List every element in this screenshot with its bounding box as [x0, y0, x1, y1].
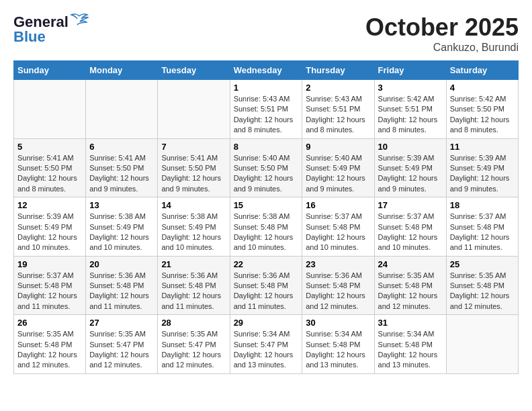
day-info: Sunrise: 5:42 AM Sunset: 5:51 PM Dayligh… [378, 94, 443, 136]
day-info: Sunrise: 5:35 AM Sunset: 5:48 PM Dayligh… [450, 271, 515, 312]
day-number: 7 [161, 142, 226, 152]
day-number: 2 [306, 83, 370, 93]
calendar-cell: 4Sunrise: 5:42 AM Sunset: 5:50 PM Daylig… [446, 80, 518, 139]
calendar-cell: 10Sunrise: 5:39 AM Sunset: 5:49 PM Dayli… [374, 138, 446, 197]
calendar-cell: 11Sunrise: 5:39 AM Sunset: 5:49 PM Dayli… [446, 138, 518, 197]
calendar-cell: 17Sunrise: 5:37 AM Sunset: 5:48 PM Dayli… [374, 197, 446, 257]
day-info: Sunrise: 5:36 AM Sunset: 5:48 PM Dayligh… [161, 271, 226, 312]
day-info: Sunrise: 5:42 AM Sunset: 5:50 PM Dayligh… [450, 94, 515, 136]
day-number: 14 [161, 200, 226, 210]
day-number: 4 [450, 83, 515, 93]
day-number: 19 [17, 259, 82, 269]
weekday-header-sunday: Sunday [14, 61, 86, 80]
day-number: 25 [450, 259, 515, 269]
day-number: 28 [161, 318, 226, 328]
day-info: Sunrise: 5:37 AM Sunset: 5:48 PM Dayligh… [450, 212, 515, 253]
week-row-5: 26Sunrise: 5:35 AM Sunset: 5:48 PM Dayli… [14, 315, 519, 374]
day-number: 22 [234, 259, 299, 269]
weekday-header-thursday: Thursday [302, 61, 374, 80]
day-number: 3 [378, 83, 443, 93]
day-info: Sunrise: 5:34 AM Sunset: 5:47 PM Dayligh… [234, 329, 299, 371]
calendar-cell: 24Sunrise: 5:35 AM Sunset: 5:48 PM Dayli… [374, 256, 446, 315]
day-info: Sunrise: 5:39 AM Sunset: 5:49 PM Dayligh… [17, 212, 82, 253]
weekday-header-wednesday: Wednesday [230, 61, 302, 80]
day-info: Sunrise: 5:38 AM Sunset: 5:49 PM Dayligh… [89, 212, 154, 253]
day-info: Sunrise: 5:35 AM Sunset: 5:48 PM Dayligh… [17, 329, 82, 371]
location: Cankuzo, Burundi [365, 42, 519, 54]
day-info: Sunrise: 5:40 AM Sunset: 5:49 PM Dayligh… [306, 153, 370, 195]
calendar-cell: 7Sunrise: 5:41 AM Sunset: 5:50 PM Daylig… [158, 138, 230, 197]
day-info: Sunrise: 5:41 AM Sunset: 5:50 PM Dayligh… [161, 153, 226, 195]
day-info: Sunrise: 5:39 AM Sunset: 5:49 PM Dayligh… [450, 153, 515, 195]
calendar-cell [86, 80, 158, 139]
day-info: Sunrise: 5:38 AM Sunset: 5:48 PM Dayligh… [234, 212, 299, 253]
calendar-cell: 19Sunrise: 5:37 AM Sunset: 5:48 PM Dayli… [14, 256, 86, 315]
week-row-1: 1Sunrise: 5:43 AM Sunset: 5:51 PM Daylig… [14, 80, 519, 139]
day-number: 12 [17, 200, 82, 210]
calendar-cell [446, 315, 518, 374]
day-number: 20 [89, 259, 154, 269]
day-info: Sunrise: 5:43 AM Sunset: 5:51 PM Dayligh… [306, 94, 370, 136]
day-info: Sunrise: 5:41 AM Sunset: 5:50 PM Dayligh… [89, 153, 154, 195]
calendar-cell: 18Sunrise: 5:37 AM Sunset: 5:48 PM Dayli… [446, 197, 518, 257]
month-title: October 2025 [365, 13, 519, 42]
day-number: 17 [378, 200, 443, 210]
day-number: 18 [450, 200, 515, 210]
calendar-table: SundayMondayTuesdayWednesdayThursdayFrid… [13, 60, 519, 374]
calendar-cell: 15Sunrise: 5:38 AM Sunset: 5:48 PM Dayli… [230, 197, 302, 257]
calendar-cell: 28Sunrise: 5:35 AM Sunset: 5:47 PM Dayli… [158, 315, 230, 374]
week-row-2: 5Sunrise: 5:41 AM Sunset: 5:50 PM Daylig… [14, 138, 519, 197]
week-row-4: 19Sunrise: 5:37 AM Sunset: 5:48 PM Dayli… [14, 256, 519, 315]
calendar-cell: 30Sunrise: 5:34 AM Sunset: 5:48 PM Dayli… [302, 315, 374, 374]
day-number: 31 [378, 318, 443, 328]
calendar-cell: 25Sunrise: 5:35 AM Sunset: 5:48 PM Dayli… [446, 256, 518, 315]
day-number: 13 [89, 200, 154, 210]
calendar-cell: 2Sunrise: 5:43 AM Sunset: 5:51 PM Daylig… [302, 80, 374, 139]
day-number: 11 [450, 142, 515, 152]
day-info: Sunrise: 5:39 AM Sunset: 5:49 PM Dayligh… [378, 153, 443, 195]
day-number: 23 [306, 259, 370, 269]
calendar-cell: 12Sunrise: 5:39 AM Sunset: 5:49 PM Dayli… [14, 197, 86, 257]
day-info: Sunrise: 5:35 AM Sunset: 5:47 PM Dayligh… [161, 329, 226, 371]
calendar-cell: 22Sunrise: 5:36 AM Sunset: 5:48 PM Dayli… [230, 256, 302, 315]
calendar-cell: 16Sunrise: 5:37 AM Sunset: 5:48 PM Dayli… [302, 197, 374, 257]
day-number: 8 [234, 142, 299, 152]
day-info: Sunrise: 5:34 AM Sunset: 5:48 PM Dayligh… [306, 329, 370, 371]
day-number: 16 [306, 200, 370, 210]
day-info: Sunrise: 5:36 AM Sunset: 5:48 PM Dayligh… [89, 271, 154, 312]
calendar-cell: 21Sunrise: 5:36 AM Sunset: 5:48 PM Dayli… [158, 256, 230, 315]
calendar-cell: 23Sunrise: 5:36 AM Sunset: 5:48 PM Dayli… [302, 256, 374, 315]
calendar-cell: 14Sunrise: 5:38 AM Sunset: 5:49 PM Dayli… [158, 197, 230, 257]
weekday-header-saturday: Saturday [446, 61, 518, 80]
day-info: Sunrise: 5:38 AM Sunset: 5:49 PM Dayligh… [161, 212, 226, 253]
day-number: 27 [89, 318, 154, 328]
day-number: 10 [378, 142, 443, 152]
day-info: Sunrise: 5:41 AM Sunset: 5:50 PM Dayligh… [17, 153, 82, 195]
weekday-header-friday: Friday [374, 61, 446, 80]
title-block: October 2025 Cankuzo, Burundi [365, 13, 519, 54]
day-info: Sunrise: 5:36 AM Sunset: 5:48 PM Dayligh… [306, 271, 370, 312]
day-info: Sunrise: 5:36 AM Sunset: 5:48 PM Dayligh… [234, 271, 299, 312]
day-number: 29 [234, 318, 299, 328]
day-number: 6 [89, 142, 154, 152]
calendar-cell [14, 80, 86, 139]
calendar-cell: 29Sunrise: 5:34 AM Sunset: 5:47 PM Dayli… [230, 315, 302, 374]
day-number: 15 [234, 200, 299, 210]
calendar-cell [158, 80, 230, 139]
calendar-cell: 13Sunrise: 5:38 AM Sunset: 5:49 PM Dayli… [86, 197, 158, 257]
calendar-cell: 5Sunrise: 5:41 AM Sunset: 5:50 PM Daylig… [14, 138, 86, 197]
day-info: Sunrise: 5:37 AM Sunset: 5:48 PM Dayligh… [378, 212, 443, 253]
calendar-cell: 9Sunrise: 5:40 AM Sunset: 5:49 PM Daylig… [302, 138, 374, 197]
day-number: 1 [234, 83, 299, 93]
weekday-header-monday: Monday [86, 61, 158, 80]
calendar-cell: 3Sunrise: 5:42 AM Sunset: 5:51 PM Daylig… [374, 80, 446, 139]
day-info: Sunrise: 5:35 AM Sunset: 5:48 PM Dayligh… [378, 271, 443, 312]
page-header: General Blue October 2025 Cankuzo, Burun… [13, 13, 519, 54]
day-info: Sunrise: 5:40 AM Sunset: 5:50 PM Dayligh… [234, 153, 299, 195]
day-number: 24 [378, 259, 443, 269]
week-row-3: 12Sunrise: 5:39 AM Sunset: 5:49 PM Dayli… [14, 197, 519, 257]
calendar-cell: 27Sunrise: 5:35 AM Sunset: 5:47 PM Dayli… [86, 315, 158, 374]
logo: General Blue [13, 13, 89, 46]
day-info: Sunrise: 5:37 AM Sunset: 5:48 PM Dayligh… [17, 271, 82, 312]
day-info: Sunrise: 5:43 AM Sunset: 5:51 PM Dayligh… [234, 94, 299, 136]
